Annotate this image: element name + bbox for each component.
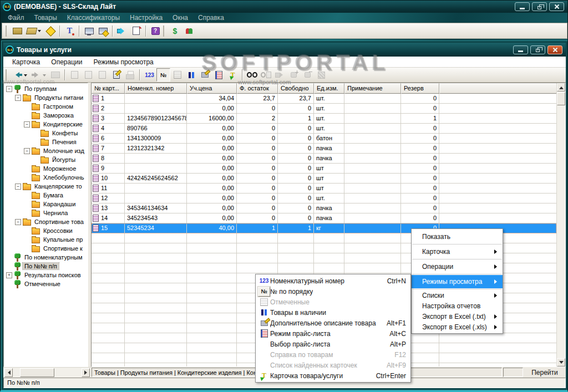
column-header-6[interactable]: Примечание [344, 83, 401, 94]
tree-item-5[interactable]: Конфеты [4, 129, 88, 138]
card-edit-button[interactable] [109, 68, 123, 82]
tree-expander-icon[interactable]: − [24, 148, 30, 154]
back-arrow-button[interactable] [11, 68, 29, 82]
tree-item-22[interactable]: Отмеченные [4, 279, 88, 288]
child-minimize-button[interactable] [513, 45, 528, 54]
goods-catalog-button[interactable]: T [63, 24, 77, 38]
main-menu-item-1[interactable]: Товары [29, 13, 62, 23]
currency-dollar-button[interactable]: $ [168, 24, 182, 38]
table-row[interactable]: 7123123213420,0000пачка0 [92, 144, 556, 154]
computer-button[interactable] [82, 24, 96, 38]
restore-button[interactable] [532, 2, 547, 11]
submenu-item-5[interactable]: Режим прайс-листаAlt+C [256, 328, 410, 339]
table-row[interactable]: 143452345430,0000пачка0 [92, 213, 556, 223]
tree-item-9[interactable]: Мороженое [4, 164, 88, 173]
tree-item-21[interactable]: +Результаты поисков [4, 271, 88, 279]
column-header-0[interactable]: № карт... [92, 83, 125, 94]
submenu-item-6[interactable]: Выбор прайс-листаAlt+P [256, 339, 410, 349]
tree-item-16[interactable]: Кроссовки [4, 226, 88, 235]
main-menu-item-5[interactable]: Справка [193, 13, 229, 23]
table-row[interactable]: 120,0000шт.0 [92, 194, 556, 203]
dropdown-caret[interactable] [43, 74, 46, 78]
help-book-button[interactable]: ? [149, 24, 162, 38]
computer-settings-button[interactable] [96, 24, 110, 38]
export-arrow-button[interactable] [115, 24, 129, 38]
info-diamond-button[interactable]: ! [43, 24, 57, 38]
column-header-7[interactable]: Резерв [401, 83, 439, 94]
extra-description-button[interactable] [198, 68, 212, 82]
context-menu-item-8[interactable]: Списки [412, 290, 503, 301]
numbers-123-button[interactable]: 123 [143, 68, 156, 82]
table-row[interactable]: 134,0423,723,7шт.0 [92, 94, 556, 104]
main-menu-item-3[interactable]: Настройка [125, 13, 168, 23]
scroll-right-button[interactable] [82, 368, 90, 377]
tree-expander-icon[interactable]: − [24, 121, 30, 128]
close-button[interactable] [549, 2, 564, 11]
tree-expander-icon[interactable]: − [15, 95, 21, 101]
child-restore-button[interactable] [530, 45, 545, 54]
column-header-3[interactable]: Ф. остаток [237, 83, 278, 94]
column-header-8[interactable] [439, 83, 556, 94]
context-menu-item-9[interactable]: Настройка отчетов [412, 301, 503, 311]
table-row[interactable]: 48907660,0000шт.0 [92, 124, 556, 134]
numbers-order-button[interactable]: № [156, 68, 170, 82]
tree-item-7[interactable]: −Молочные изд [4, 146, 88, 155]
stock-bars-button[interactable] [184, 68, 198, 82]
tree-expander-icon[interactable]: − [6, 86, 12, 92]
new-folder-button[interactable] [11, 24, 24, 38]
scroll-left-button[interactable] [4, 368, 13, 377]
tree-item-14[interactable]: Чернила [4, 208, 88, 217]
scroll-up-button[interactable] [557, 83, 565, 91]
tree-item-8[interactable]: Йогурты [4, 155, 88, 164]
tree-item-12[interactable]: Бумага [4, 191, 88, 200]
main-menu-item-0[interactable]: Файл [3, 13, 29, 23]
column-header-5[interactable]: Ед.изм. [314, 83, 344, 94]
context-menu-item-0[interactable]: Показать [412, 230, 503, 243]
dropdown-caret[interactable] [38, 30, 41, 34]
tree-item-11[interactable]: −Канцелярские то [4, 182, 88, 191]
tree-item-17[interactable]: Купальные пр [4, 235, 88, 244]
child-menu-item-2[interactable]: Режимы просмотра [88, 57, 159, 68]
table-row[interactable]: 110,0000шт0 [92, 184, 556, 194]
context-menu-item-11[interactable]: Экспорт в Excel (.xls) [412, 322, 503, 332]
dropdown-caret[interactable] [24, 74, 27, 78]
submenu-item-1[interactable]: №№ по порядку [256, 286, 410, 297]
tree-expander-icon[interactable]: − [15, 184, 21, 190]
tree-item-15[interactable]: −Спортивные това [4, 217, 88, 226]
table-row[interactable]: 80,0000пачка0 [92, 154, 556, 164]
scrollbar-thumb[interactable] [557, 92, 565, 105]
main-menu-item-4[interactable]: Окна [168, 13, 193, 23]
contractors-button[interactable] [182, 24, 196, 38]
tree-item-18[interactable]: Спортивные к [4, 244, 88, 253]
tree-item-13[interactable]: Карандаши [4, 200, 88, 208]
main-menu-item-2[interactable]: Классификаторы [62, 13, 125, 23]
find-button[interactable] [245, 68, 259, 82]
tree-item-10[interactable]: Хлебобулочнь [4, 173, 88, 182]
tree-item-4[interactable]: −Кондитерские [4, 120, 88, 129]
price-list-button[interactable] [212, 68, 226, 82]
tree-item-3[interactable]: Заморозка [4, 111, 88, 120]
table-row[interactable]: 90,0000шт0 [92, 164, 556, 174]
vertical-scrollbar[interactable] [556, 83, 565, 366]
tree-item-1[interactable]: −Продукты питани [4, 93, 88, 102]
go-button[interactable]: Перейти [524, 367, 566, 378]
submenu-item-4[interactable]: Дополнительное описание товараAlt+F1 [256, 318, 410, 328]
column-header-1[interactable]: Номенкл. номер [125, 83, 187, 94]
child-menu-item-0[interactable]: Карточка [7, 57, 45, 68]
open-folder-button[interactable] [24, 24, 43, 38]
tree-item-6[interactable]: Печения [4, 138, 88, 146]
submenu-item-9[interactable]: TКарточка товара/услугиCtrl+Enter [256, 370, 410, 381]
scrollbar-thumb[interactable] [20, 368, 54, 377]
column-header-2[interactable]: Уч.цена [187, 83, 237, 94]
table-row[interactable]: 104242452456245620,0000шт0 [92, 174, 556, 184]
context-menu-item-2[interactable]: Карточка [412, 245, 503, 258]
submenu-item-3[interactable]: Товары в наличии [256, 307, 410, 318]
table-row[interactable]: 613413000090,0000батон0 [92, 134, 556, 144]
new-document-button[interactable] [129, 24, 143, 38]
tree-item-20[interactable]: По №№ п/п [4, 262, 88, 271]
context-menu-item-6[interactable]: Режимы просмотра [412, 275, 503, 288]
card-goto-button[interactable]: T [226, 68, 240, 82]
child-close-button[interactable] [547, 45, 562, 54]
submenu-item-0[interactable]: 123Номенклатурный номерCtrl+N [256, 276, 410, 286]
minimize-button[interactable] [515, 2, 530, 11]
